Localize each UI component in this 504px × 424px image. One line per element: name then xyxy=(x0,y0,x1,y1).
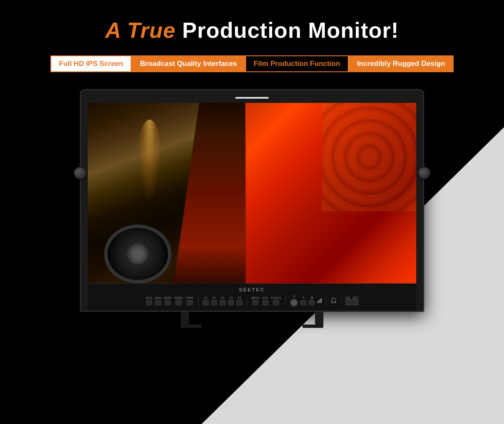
screen-divider xyxy=(245,103,246,283)
monitor-body: SEETEC SDI1 SDI2 HDMI VIDE xyxy=(80,89,424,312)
ctrl-ypbpr: YPbPr xyxy=(186,296,194,305)
separator-1 xyxy=(198,296,199,305)
btn-f1[interactable] xyxy=(203,300,209,305)
separator-3 xyxy=(286,296,286,305)
ctrl-sdi1: SDI1 xyxy=(146,296,152,305)
separator-2 xyxy=(247,296,247,305)
monitor-screen xyxy=(88,103,416,283)
btn-contrast[interactable] xyxy=(309,300,315,305)
street-glow xyxy=(137,120,162,204)
monitor: SEETEC SDI1 SDI2 HDMI VIDE xyxy=(80,89,424,328)
base-foot-right xyxy=(302,325,323,328)
ctrl-f3: F3 xyxy=(220,296,226,305)
badge-film-production: Film Production Function xyxy=(245,55,349,72)
title-rest: Production Monitor! xyxy=(176,18,399,42)
btn-f2[interactable] xyxy=(211,300,217,305)
btn-f3[interactable] xyxy=(220,300,226,305)
car-wheel xyxy=(104,225,171,283)
monitor-led xyxy=(235,97,269,99)
separator-5 xyxy=(341,296,341,305)
btn-esc[interactable] xyxy=(262,300,268,305)
stand-base xyxy=(80,325,424,328)
btn-joystick[interactable] xyxy=(290,299,298,306)
ctrl-joystick-group: ✛ xyxy=(290,295,298,306)
ctrl-f5: F5 xyxy=(236,296,242,305)
btn-hdmi[interactable] xyxy=(165,300,171,305)
controls-row: SDI1 SDI2 HDMI VIDEO xyxy=(96,293,408,309)
ctrl-hdmi: HDMI xyxy=(164,296,171,305)
stand-leg-left xyxy=(181,312,189,325)
ctrl-f1: F1 xyxy=(203,296,209,305)
monitor-wrapper: SEETEC SDI1 SDI2 HDMI VIDE xyxy=(0,89,504,328)
ctrl-video: VIDEO xyxy=(174,296,183,305)
base-foot-left xyxy=(181,325,202,328)
btn-menu[interactable] xyxy=(252,300,258,305)
monitor-stand xyxy=(80,312,424,325)
ctrl-menu: MENU xyxy=(251,296,260,305)
title-highlight: A True xyxy=(105,18,176,42)
monitor-knob-right[interactable] xyxy=(418,167,430,179)
btn-video[interactable] xyxy=(176,300,181,305)
ctrl-f4: F4 xyxy=(228,296,234,305)
power-off-label: OFF xyxy=(352,296,358,299)
btn-focus[interactable] xyxy=(273,300,279,305)
header-section: A True Production Monitor! xyxy=(0,0,504,51)
power-switch[interactable] xyxy=(346,299,358,305)
ctrl-power: ON OFF xyxy=(346,296,359,305)
ctrl-esc: ESC xyxy=(262,296,268,305)
ctrl-sdi2: SDI2 xyxy=(155,296,162,305)
ctrl-contrast: ◑ xyxy=(309,296,315,305)
power-labels: ON OFF xyxy=(346,296,359,299)
ctrl-brightness: ☀ xyxy=(300,296,306,305)
btn-f4[interactable] xyxy=(228,300,234,305)
separator-4 xyxy=(326,296,326,305)
monitor-bottom-bar: SEETEC SDI1 SDI2 HDMI VIDE xyxy=(88,283,416,311)
btn-ypbpr[interactable] xyxy=(187,300,193,305)
signal-bars xyxy=(317,298,322,303)
btn-sdi2[interactable] xyxy=(155,300,161,305)
badge-rugged-design: Incredibly Rugged Design xyxy=(349,55,454,72)
main-title: A True Production Monitor! xyxy=(0,18,504,43)
badge-broadcast: Broadcast Quality Interfaces xyxy=(131,55,245,72)
ctrl-headphone: 🎧 xyxy=(331,298,337,304)
stand-leg-right xyxy=(315,312,323,325)
screen-content xyxy=(88,103,416,283)
monitor-knob-left[interactable] xyxy=(74,167,86,179)
btn-sdi1[interactable] xyxy=(146,300,152,305)
ctrl-focus: FOCUS xyxy=(271,296,281,305)
btn-f5[interactable] xyxy=(236,300,242,305)
brand-name: SEETEC xyxy=(96,286,408,293)
ctrl-f2: F2 xyxy=(211,296,217,305)
badges-row: Full HD IPS Screen Broadcast Quality Int… xyxy=(0,55,504,72)
ctrl-signal xyxy=(317,298,322,303)
badge-full-hd: Full HD IPS Screen xyxy=(50,55,131,72)
monitor-top-bar xyxy=(88,97,416,103)
power-on-label: ON xyxy=(346,296,350,299)
btn-brightness[interactable] xyxy=(300,300,306,305)
screen-right-car xyxy=(245,103,416,283)
